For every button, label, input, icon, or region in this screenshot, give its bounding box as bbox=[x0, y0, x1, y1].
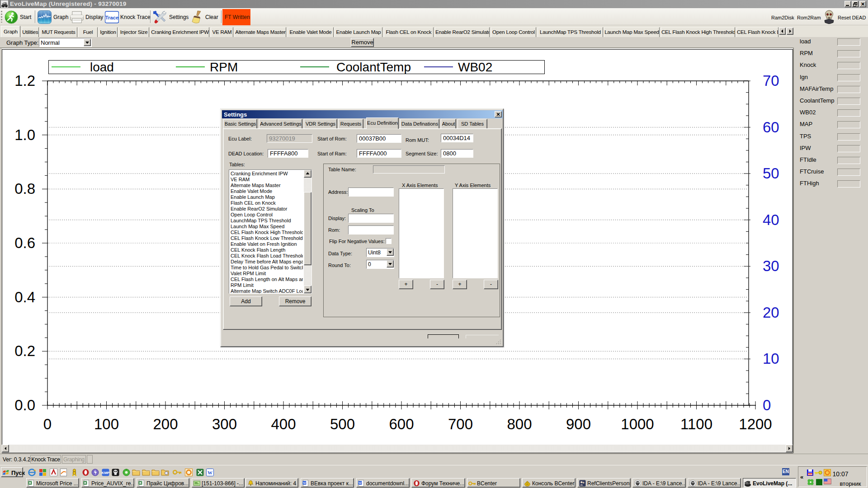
svg-text:W: W bbox=[359, 481, 362, 485]
svg-text:300: 300 bbox=[212, 416, 237, 432]
svg-text:100: 100 bbox=[94, 416, 119, 432]
svg-text:0.4: 0.4 bbox=[14, 289, 35, 305]
svg-text:0: 0 bbox=[763, 397, 771, 413]
svg-text:700: 700 bbox=[448, 416, 473, 432]
svg-text:0: 0 bbox=[43, 416, 52, 432]
svg-text:CoolantTemp: CoolantTemp bbox=[336, 60, 411, 74]
svg-text:KMP: KMP bbox=[102, 471, 109, 475]
svg-text:1.2: 1.2 bbox=[14, 72, 35, 89]
svg-text:0.6: 0.6 bbox=[14, 235, 35, 251]
svg-text:50: 50 bbox=[763, 165, 779, 182]
svg-text:W: W bbox=[303, 481, 306, 485]
svg-text:load: load bbox=[90, 60, 114, 74]
svg-text:W: W bbox=[208, 470, 212, 475]
svg-text:600: 600 bbox=[389, 416, 414, 432]
svg-text:70: 70 bbox=[763, 72, 779, 89]
svg-text:1.0: 1.0 bbox=[14, 127, 35, 143]
svg-text:0.0: 0.0 bbox=[14, 397, 35, 413]
svg-text:1000: 1000 bbox=[621, 416, 654, 432]
svg-text:500: 500 bbox=[330, 416, 355, 432]
svg-text:40: 40 bbox=[763, 211, 779, 228]
svg-text:800: 800 bbox=[507, 416, 532, 432]
svg-text:30: 30 bbox=[763, 258, 779, 274]
svg-text:0.8: 0.8 bbox=[14, 180, 35, 197]
svg-text:400: 400 bbox=[271, 416, 296, 432]
svg-text:WB02: WB02 bbox=[458, 60, 492, 74]
svg-text:60: 60 bbox=[763, 119, 779, 136]
svg-text:900: 900 bbox=[566, 416, 591, 432]
svg-text:20: 20 bbox=[763, 304, 779, 321]
svg-text:Trace: Trace bbox=[105, 15, 118, 20]
svg-text:1100: 1100 bbox=[680, 416, 712, 432]
svg-text:10: 10 bbox=[763, 350, 779, 367]
svg-text:0.2: 0.2 bbox=[14, 343, 35, 359]
svg-text:200: 200 bbox=[153, 416, 178, 432]
svg-text:1200: 1200 bbox=[739, 416, 772, 432]
svg-text:RPM: RPM bbox=[210, 60, 238, 74]
